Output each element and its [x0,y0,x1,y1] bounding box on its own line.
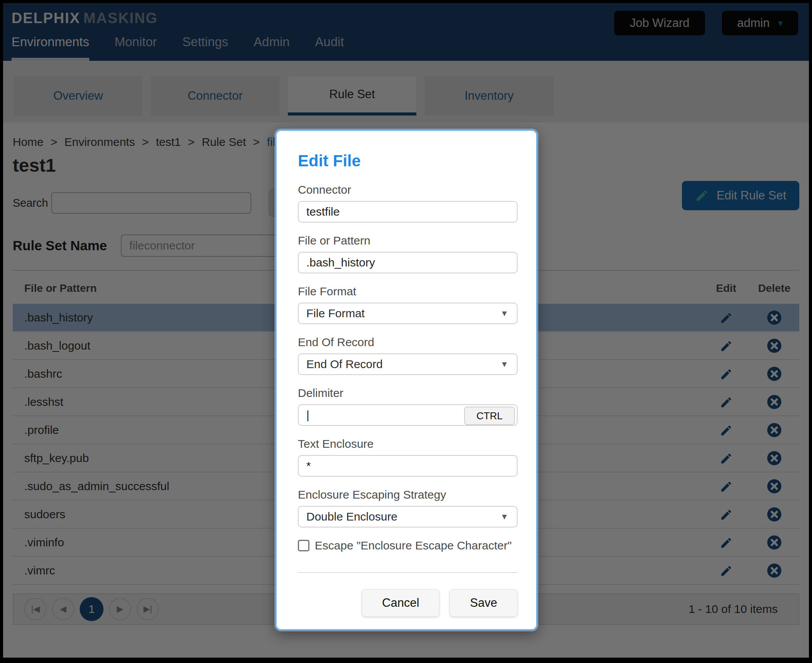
file-pattern-input[interactable] [298,252,518,273]
footer-link-monitor[interactable]: Monitor [120,661,158,663]
connector-field: Connector [298,183,518,223]
escape-character-option: Escape "Enclosure Escape Character" [298,539,518,552]
modal-divider [298,572,518,573]
footer-separator: | [269,661,272,663]
ctrl-button[interactable]: CTRL [464,407,515,425]
connector-input[interactable] [298,201,518,223]
modal-actions: Cancel Save [298,589,518,617]
footer-separator: | [110,661,114,663]
select-arrow-icon: ▼ [500,360,508,369]
text-enclosure-input[interactable] [298,455,518,477]
footer-link-settings[interactable]: Settings [174,661,215,663]
text-enclosure-label: Text Enclosure [298,437,518,450]
page-footer: Environments | Monitor | Settings | Admi… [13,658,799,663]
delimiter-field: Delimiter CTRL [298,387,518,426]
delphix-brand-logo: DΞLPHIX [635,658,788,663]
file-pattern-label: File or Pattern [298,234,518,247]
select-arrow-icon: ▼ [500,309,508,318]
end-of-record-selected-value: End Of Record [306,358,383,371]
file-format-select[interactable]: File Format ▼ [298,303,518,324]
file-format-selected-value: File Format [306,307,365,320]
file-format-field: File Format File Format ▼ [298,285,518,324]
enclosure-escaping-selected-value: Double Enclosure [306,510,398,523]
connector-label: Connector [298,183,518,196]
delimiter-label: Delimiter [298,387,518,400]
footer-link-audit[interactable]: Audit [279,661,305,663]
end-of-record-field: End Of Record End Of Record ▼ [298,336,518,375]
enclosure-escaping-field: Enclosure Escaping Strategy Double Enclo… [298,488,518,527]
end-of-record-label: End Of Record [298,336,518,349]
footer-link-environments[interactable]: Environments [34,661,104,663]
enclosure-escaping-select[interactable]: Double Enclosure ▼ [298,506,518,527]
file-format-label: File Format [298,285,518,298]
modal-title: Edit File [298,152,518,170]
enclosure-escaping-label: Enclosure Escaping Strategy [298,488,518,501]
text-enclosure-field: Text Enclosure [298,437,518,477]
end-of-record-select[interactable]: End Of Record ▼ [298,353,518,375]
file-pattern-field: File or Pattern [298,234,518,273]
escape-character-checkbox[interactable] [298,540,309,551]
footer-link-admin[interactable]: Admin [231,661,263,663]
save-button[interactable]: Save [449,589,518,617]
escape-character-label: Escape "Enclosure Escape Character" [315,539,512,552]
footer-separator: | [221,661,224,663]
cancel-button[interactable]: Cancel [362,589,440,617]
edit-file-modal: Edit File Connector File or Pattern File… [276,130,537,630]
select-arrow-icon: ▼ [500,512,508,521]
footer-separator: | [164,661,167,663]
